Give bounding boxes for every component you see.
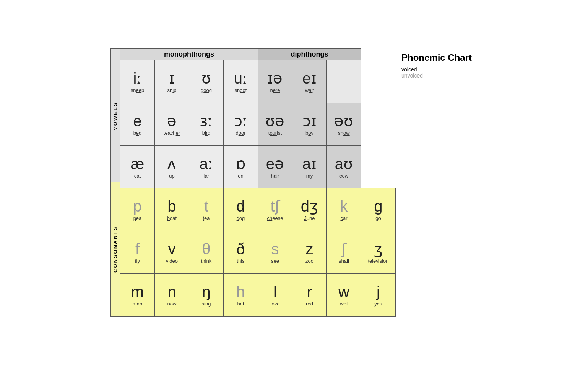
cell-eə: eə hair	[258, 145, 292, 188]
cell-eɪ: eɪ wait	[292, 60, 326, 103]
consonants-vertical-label: CONSONANTS	[111, 182, 120, 316]
cell-ʊ: ʊ good	[189, 60, 223, 103]
cell-aɪ: aɪ my	[292, 145, 326, 188]
cell-t: t tea	[189, 188, 223, 231]
cell-ɒ: ɒ on	[223, 145, 258, 188]
cell-uː: uː shoot	[223, 60, 258, 103]
cell-ə: ə teacher	[154, 103, 189, 145]
diphthongs-header: diphthongs	[258, 49, 361, 60]
cell-j: j yes	[361, 274, 395, 317]
cell-ɔɪ: ɔɪ boy	[292, 103, 326, 145]
cell-b: b boat	[154, 188, 189, 231]
vowels-vertical-label: VOWELS	[111, 49, 120, 182]
cell-g: g go	[361, 188, 395, 231]
cell-s: s see	[258, 231, 292, 274]
phonemic-table: monophthongs diphthongs iː sh	[120, 48, 396, 317]
cell-ɔː: ɔː door	[223, 103, 258, 145]
cell-m: m man	[120, 274, 154, 317]
cell-w: w wet	[326, 274, 361, 317]
consonant-row-2: f fly v video θ think	[120, 231, 395, 274]
monophthongs-header: monophthongs	[120, 49, 258, 60]
cell-æ: æ cat	[120, 145, 154, 188]
cell-aː: aː far	[189, 145, 223, 188]
cell-ɪə: ɪə here	[258, 60, 292, 103]
cell-dʒ: dʒ June	[292, 188, 326, 231]
chart-title: Phonemic Chart	[401, 52, 472, 63]
cell-l: l love	[258, 274, 292, 317]
cell-ʌ: ʌ up	[154, 145, 189, 188]
consonant-row-1: p pea b boat t tea	[120, 188, 395, 231]
cell-ŋ: ŋ sing	[189, 274, 223, 317]
cell-ð: ð this	[223, 231, 258, 274]
legend-unvoiced: unvoiced	[401, 73, 423, 79]
cell-k: k car	[326, 188, 361, 231]
cell-ʒ: ʒ television	[361, 231, 395, 274]
cell-ɜː: ɜː bird	[189, 103, 223, 145]
cell-aʊ: aʊ cow	[326, 145, 361, 188]
cell-r: r red	[292, 274, 326, 317]
cell-iː: iː sheep	[120, 60, 154, 103]
cell-tʃ: tʃ cheese	[258, 188, 292, 231]
legend-voiced: voiced	[401, 66, 417, 73]
cell-e: e bed	[120, 103, 154, 145]
vowel-row-2: e bed ə teacher ɜː bird	[120, 103, 395, 145]
phonemic-chart-wrapper: VOWELS CONSONANTS monophthongs diphthong…	[110, 48, 478, 317]
cell-d: d dog	[223, 188, 258, 231]
cell-ɪ: ɪ ship	[154, 60, 189, 103]
cell-f: f fly	[120, 231, 154, 274]
cell-empty-1	[326, 60, 361, 103]
vowel-row-3: æ cat ʌ up aː far	[120, 145, 395, 188]
cell-θ: θ think	[189, 231, 223, 274]
cell-p: p pea	[120, 188, 154, 231]
cell-n: n now	[154, 274, 189, 317]
cell-v: v video	[154, 231, 189, 274]
consonant-row-3: m man n now ŋ sing	[120, 274, 395, 317]
cell-z: z zoo	[292, 231, 326, 274]
cell-ʊə: ʊə tourist	[258, 103, 292, 145]
vowel-row-1: iː sheep ɪ ship ʊ good	[120, 60, 395, 103]
category-header-row: monophthongs diphthongs	[120, 49, 395, 60]
cell-ʃ: ʃ shall	[326, 231, 361, 274]
cell-əʊ: əʊ show	[326, 103, 361, 145]
side-panel: Phonemic Chart voiced unvoiced	[396, 48, 478, 82]
cell-h: h hat	[223, 274, 258, 317]
